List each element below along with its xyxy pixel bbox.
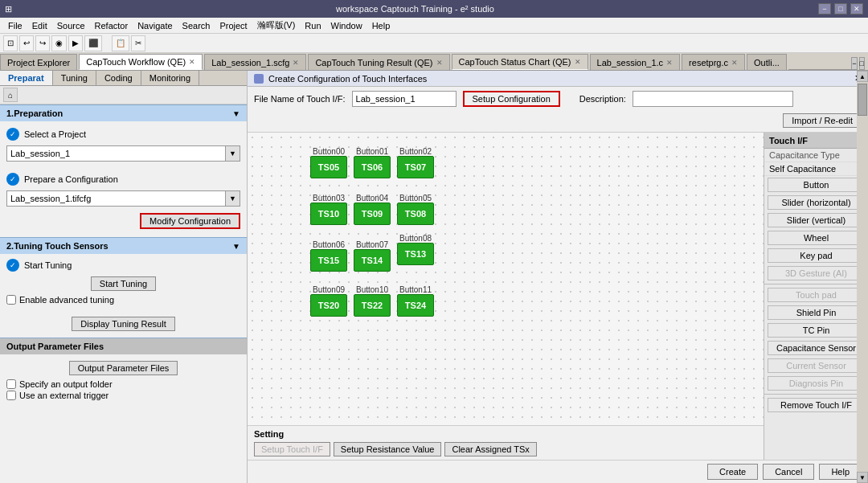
close-captouch-tuning[interactable]: ✕	[436, 59, 443, 67]
rs-btn-button[interactable]: Button	[768, 178, 865, 192]
rs-btn-current-sensor[interactable]: Current Sensor	[768, 358, 865, 373]
touch-ts06[interactable]: TS06	[354, 156, 391, 178]
touch-ts08[interactable]: TS08	[397, 203, 434, 225]
menu-navigate[interactable]: Navigate	[133, 19, 177, 32]
tab-captouch-tuning[interactable]: CapTouch Tuning Result (QE) ✕	[308, 54, 449, 70]
rs-btn-3d-gesture[interactable]: 3D Gesture (AI)	[768, 266, 865, 280]
dialog-title: Create Configuration of Touch Interfaces	[268, 74, 427, 84]
touch-ts10[interactable]: TS10	[310, 203, 347, 225]
tab-coding[interactable]: Coding	[96, 71, 141, 85]
minimize-btn[interactable]: −	[818, 3, 831, 14]
menu-source[interactable]: Source	[52, 19, 90, 32]
tab-min-btn[interactable]: −	[851, 57, 857, 70]
rs-btn-cap-sensor[interactable]: Capacitance Sensor	[768, 341, 865, 355]
toolbar-btn-6[interactable]: ⬛	[84, 35, 102, 51]
touch-ts05[interactable]: TS05	[310, 156, 347, 178]
close-resetprg[interactable]: ✕	[731, 59, 738, 67]
menu-v[interactable]: 瀚晖版(V)	[252, 18, 301, 33]
section1-arrow[interactable]: ▼	[232, 109, 240, 118]
tab-preparat[interactable]: Preparat	[0, 71, 53, 85]
output-param-btn[interactable]: Output Parameter Files	[69, 361, 178, 375]
tab-captouch-status[interactable]: CapTouch Status Chart (QE) ✕	[452, 54, 588, 70]
project-dropdown-arrow[interactable]: ▼	[226, 145, 240, 162]
menu-refactor[interactable]: Refactor	[90, 19, 133, 32]
section2-title: 2.Tuning Touch Sensors	[6, 241, 108, 251]
menu-search[interactable]: Search	[178, 19, 215, 32]
menu-edit[interactable]: Edit	[27, 19, 52, 32]
rs-btn-slider-v[interactable]: Slider (vertical)	[768, 213, 865, 227]
import-re-edit-btn[interactable]: Import / Re-edit	[783, 113, 862, 128]
start-tuning-btn[interactable]: Start Tuning	[91, 276, 156, 291]
project-dropdown-field[interactable]: Lab_session_1	[6, 145, 226, 162]
enable-advanced-checkbox[interactable]	[6, 295, 16, 305]
setup-config-btn[interactable]: Setup Configuration	[463, 91, 560, 107]
section2-arrow[interactable]: ▼	[232, 242, 240, 251]
rs-btn-slider-h[interactable]: Slider (horizontal)	[768, 195, 865, 210]
toolbar-btn-3[interactable]: ↪	[35, 35, 50, 51]
nav-home-btn[interactable]: ⌂	[3, 88, 18, 102]
title-bar-controls: − □ ✕	[818, 3, 863, 14]
touch-ts22[interactable]: TS22	[354, 294, 391, 317]
tab-resetprg[interactable]: resetprg.c ✕	[682, 54, 745, 70]
menu-project[interactable]: Project	[215, 19, 252, 32]
touch-ts24[interactable]: TS24	[397, 294, 434, 317]
touch-ts07[interactable]: TS07	[397, 156, 434, 178]
menu-run[interactable]: Run	[300, 19, 326, 32]
tab-max-btn[interactable]: □	[859, 57, 865, 70]
display-tuning-result-btn[interactable]: Display Tuning Result	[72, 317, 174, 331]
touch-ts20[interactable]: TS20	[310, 294, 347, 317]
maximize-btn[interactable]: □	[834, 3, 847, 14]
close-btn[interactable]: ✕	[850, 3, 863, 14]
cancel-btn[interactable]: Cancel	[763, 464, 814, 480]
setting-bar: Setting Setup Touch I/F Setup Resistance…	[248, 425, 764, 460]
help-btn[interactable]: Help	[819, 464, 862, 480]
tab-captouch-workflow[interactable]: CapTouch Workflow (QE) ✕	[79, 54, 203, 70]
file-name-input[interactable]	[352, 91, 457, 107]
config-dropdown-field[interactable]: Lab_session_1.tifcfg	[6, 190, 226, 207]
btn-group-4: Button04 TS09	[354, 194, 391, 225]
external-trigger-row: Use an external trigger	[0, 390, 247, 401]
close-captouch-workflow[interactable]: ✕	[189, 58, 195, 66]
external-trigger-checkbox[interactable]	[6, 391, 16, 400]
rs-btn-tc-pin[interactable]: TC Pin	[768, 323, 865, 338]
touch-ts13[interactable]: TS13	[397, 243, 434, 265]
tab-project-explorer[interactable]: Project Explorer	[0, 54, 77, 70]
menu-help[interactable]: Help	[367, 19, 395, 32]
rs-btn-keypad[interactable]: Key pad	[768, 248, 865, 263]
toolbar-btn-2[interactable]: ↩	[19, 35, 34, 51]
dialog-bottom: Create Cancel Help	[248, 460, 868, 483]
touch-ts14[interactable]: TS14	[354, 249, 391, 272]
menu-window[interactable]: Window	[326, 19, 367, 32]
rs-btn-diagnosis[interactable]: Diagnosis Pin	[768, 376, 865, 391]
clear-assigned-btn[interactable]: Clear Assigned TSx	[444, 442, 536, 456]
setup-touch-if-btn[interactable]: Setup Touch I/F	[254, 442, 330, 456]
menu-file[interactable]: File	[3, 19, 27, 32]
rs-btn-remove[interactable]: Remove Touch I/F	[768, 398, 865, 412]
close-captouch-status[interactable]: ✕	[575, 58, 581, 66]
description-input[interactable]	[633, 91, 793, 107]
toolbar-btn-7[interactable]: 📋	[112, 35, 129, 51]
rs-btn-shield[interactable]: Shield Pin	[768, 305, 865, 320]
create-btn[interactable]: Create	[707, 464, 758, 480]
config-dropdown-arrow[interactable]: ▼	[226, 190, 240, 207]
rs-self-cap-row: Self Capacitance ▼	[764, 162, 868, 176]
rs-btn-wheel[interactable]: Wheel	[768, 231, 865, 245]
tab-monitoring[interactable]: Monitoring	[141, 71, 199, 85]
modify-configuration-btn[interactable]: Modify Configuration	[140, 213, 240, 229]
setup-resistance-btn[interactable]: Setup Resistance Value	[334, 442, 442, 456]
touch-ts09[interactable]: TS09	[354, 203, 391, 225]
close-lab-c[interactable]: ✕	[666, 59, 673, 67]
tab-tuning[interactable]: Tuning	[53, 71, 96, 85]
btn-group-8: Button08 TS13	[397, 234, 434, 265]
toolbar-btn-4[interactable]: ◉	[51, 35, 67, 51]
toolbar-btn-1[interactable]: ⊡	[3, 35, 18, 51]
toolbar-btn-8[interactable]: ✂	[131, 35, 145, 51]
close-lab-scfg[interactable]: ✕	[293, 59, 299, 67]
toolbar-btn-5[interactable]: ▶	[68, 35, 83, 51]
specify-folder-checkbox[interactable]	[6, 379, 16, 389]
tab-outli[interactable]: Outli...	[747, 54, 787, 70]
tab-lab-c[interactable]: Lab_session_1.c ✕	[590, 54, 681, 70]
rs-btn-touchpad[interactable]: Touch pad	[768, 288, 865, 302]
tab-lab-scfg[interactable]: Lab_session_1.scfg ✕	[204, 54, 306, 70]
touch-ts15[interactable]: TS15	[310, 249, 347, 272]
